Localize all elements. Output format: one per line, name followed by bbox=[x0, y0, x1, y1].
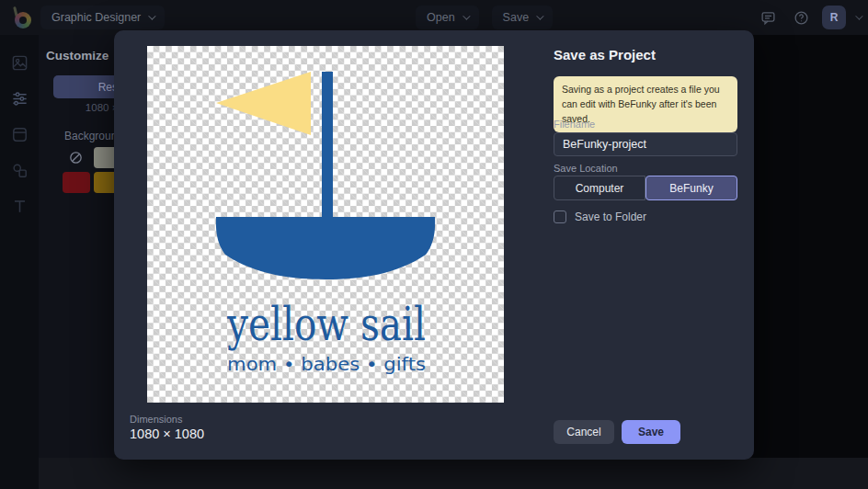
chevron-down-icon bbox=[463, 12, 470, 19]
save-to-folder-label: Save to Folder bbox=[575, 210, 646, 223]
hull-shape bbox=[216, 217, 435, 279]
save-button[interactable]: Save bbox=[622, 420, 680, 444]
feedback-chat-icon[interactable] bbox=[756, 6, 780, 29]
graphics-icon[interactable] bbox=[6, 157, 32, 183]
befunky-logo-icon[interactable] bbox=[12, 6, 34, 28]
topbar-actions: Open Save bbox=[416, 6, 553, 29]
chevron-down-icon bbox=[536, 12, 543, 19]
templates-icon[interactable] bbox=[6, 121, 32, 147]
panel-title: Customize bbox=[46, 49, 108, 63]
no-color-icon[interactable] bbox=[68, 150, 84, 165]
save-location-label: Save Location bbox=[554, 163, 618, 174]
modal-buttons: Cancel Save bbox=[554, 420, 680, 444]
open-button[interactable]: Open bbox=[416, 6, 479, 29]
avatar[interactable]: R bbox=[822, 6, 846, 29]
topbar-right: R bbox=[756, 0, 861, 35]
app-menu-button[interactable]: Graphic Designer bbox=[40, 6, 165, 29]
save-as-project-modal: yellow sail mom • babes • gifts Dimensio… bbox=[114, 30, 754, 460]
save-to-folder-checkbox[interactable] bbox=[554, 210, 566, 223]
image-preview: yellow sail mom • babes • gifts bbox=[147, 46, 504, 403]
logo-title: yellow sail bbox=[226, 298, 426, 351]
text-icon[interactable] bbox=[6, 193, 32, 219]
mast-shape bbox=[322, 72, 333, 219]
modal-title: Save as Project bbox=[554, 47, 656, 63]
photo-manager-icon[interactable] bbox=[6, 50, 32, 75]
filename-label: Filename bbox=[554, 119, 595, 130]
location-option-computer[interactable]: Computer bbox=[554, 176, 645, 200]
save-menu-button[interactable]: Save bbox=[492, 6, 554, 29]
save-location-segments: Computer BeFunky bbox=[554, 176, 737, 200]
help-icon[interactable] bbox=[789, 6, 813, 29]
customize-icon[interactable] bbox=[6, 85, 32, 111]
app-menu-label: Graphic Designer bbox=[51, 11, 141, 24]
filename-input[interactable] bbox=[554, 132, 737, 156]
logo-subtitle: mom • babes • gifts bbox=[227, 354, 426, 374]
cancel-button[interactable]: Cancel bbox=[554, 420, 614, 444]
app-root: Graphic Designer Open Save bbox=[0, 0, 868, 489]
yellow-sail-logo: yellow sail mom • babes • gifts bbox=[147, 46, 504, 403]
flag-shape bbox=[216, 72, 311, 135]
save-to-folder-row[interactable]: Save to Folder bbox=[554, 210, 646, 223]
modal-form: Save as Project Saving as a project crea… bbox=[554, 30, 737, 460]
dimensions-value: 1080 × 1080 bbox=[130, 426, 204, 441]
bottom-toolbar bbox=[39, 458, 868, 489]
account-chevron-down-icon[interactable] bbox=[855, 12, 862, 19]
color-swatch-red[interactable] bbox=[63, 172, 90, 193]
left-sidebar bbox=[0, 35, 39, 489]
chevron-down-icon bbox=[148, 12, 155, 19]
location-option-befunky[interactable]: BeFunky bbox=[645, 176, 737, 200]
dimensions-label: Dimensions bbox=[130, 414, 182, 425]
